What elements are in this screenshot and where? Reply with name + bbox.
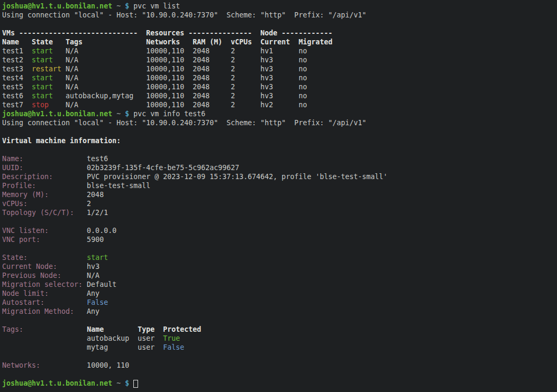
text-segment: Migration selector: xyxy=(2,281,83,288)
terminal-line: Autostart: False xyxy=(2,298,557,307)
terminal-line: Name State Tags Networks RAM (M) vCPUs C… xyxy=(2,38,557,46)
terminal-line: UUID: 02b3239f-135f-4cfe-be75-5c962ac996… xyxy=(2,163,557,172)
text-segment: test6 xyxy=(2,92,32,100)
text-segment: Using connection "local" - Host: "10.90.… xyxy=(2,119,366,127)
text-segment: Autostart: xyxy=(2,298,44,306)
text-segment: Description: xyxy=(2,173,53,181)
text-segment: test2 xyxy=(2,56,32,64)
text-segment: start xyxy=(32,47,53,55)
text-segment: hv3 xyxy=(57,263,99,270)
prompt-user-host: joshua@hv1.t.u.bonilan.net xyxy=(2,379,112,387)
prompt-cwd: ~ xyxy=(112,110,125,118)
text-segment: start xyxy=(32,74,53,82)
text-segment: Memory (M): xyxy=(2,191,49,199)
text-segment: Default xyxy=(83,281,116,288)
terminal-line: test3 restart N/A 10000,110 2048 2 hv3 n… xyxy=(2,64,557,73)
text-segment: False xyxy=(87,298,108,306)
text-segment xyxy=(23,325,87,333)
terminal-line xyxy=(2,244,557,253)
terminal-line xyxy=(2,145,557,154)
terminal-line: Migration selector: Default xyxy=(2,280,557,289)
text-segment: Using connection "local" - Host: "10.90.… xyxy=(2,11,366,19)
prompt-symbol: $ xyxy=(125,110,133,118)
text-segment: Previous Node: xyxy=(2,272,61,279)
text-segment: Any xyxy=(49,290,99,297)
terminal-line: Node limit: Any xyxy=(2,289,557,298)
text-segment: start xyxy=(32,83,53,91)
text-segment: N/A 10000,110 2048 2 hv3 no xyxy=(61,65,307,73)
text-segment: start xyxy=(32,92,53,100)
terminal-line xyxy=(2,370,557,379)
terminal-output[interactable]: joshua@hv1.t.u.bonilan.net ~ $ pvc vm li… xyxy=(0,0,557,392)
text-segment: 2048 xyxy=(49,191,104,199)
terminal-line: joshua@hv1.t.u.bonilan.net ~ $ pvc vm in… xyxy=(2,109,557,118)
terminal-line: test5 start N/A 10000,110 2048 2 hv3 no xyxy=(2,82,557,91)
terminal-line: test6 start autobackup,mytag 10000,110 2… xyxy=(2,91,557,100)
terminal-line: Using connection "local" - Host: "10.90.… xyxy=(2,11,557,20)
text-segment: test7 xyxy=(2,101,32,109)
terminal-line: Previous Node: N/A xyxy=(2,271,557,280)
text-segment: test6 xyxy=(23,155,108,163)
terminal-line: State: start xyxy=(2,253,557,262)
terminal-line: Virtual machine information: xyxy=(2,136,557,145)
prompt-cwd: ~ xyxy=(112,2,125,10)
text-segment: autobackup,mytag 10000,110 2048 2 hv3 no xyxy=(53,92,307,100)
text-segment: N/A 10000,110 2048 2 hv1 no xyxy=(53,47,307,55)
text-segment: 1/2/1 xyxy=(74,209,108,217)
text-segment: test4 xyxy=(2,74,32,82)
text-segment: blse-test-small xyxy=(36,182,150,190)
text-segment: UUID: xyxy=(2,164,23,172)
text-segment: 5900 xyxy=(40,236,104,244)
text-segment: test1 xyxy=(2,47,32,55)
terminal-line: test2 start N/A 10000,110 2048 2 hv3 no xyxy=(2,55,557,64)
text-segment: pvc vm info test6 xyxy=(133,110,205,118)
text-segment: 02b3239f-135f-4cfe-be75-5c962ac99627 xyxy=(23,164,239,172)
text-segment: mytag user xyxy=(2,343,163,351)
prompt-symbol: $ xyxy=(125,2,133,10)
text-segment: test3 xyxy=(2,65,32,73)
text-segment: Name: xyxy=(2,155,23,163)
text-segment: 0.0.0.0 xyxy=(49,227,116,235)
terminal-line: Description: PVC provisioner @ 2023-12-0… xyxy=(2,172,557,181)
terminal-line: mytag user False xyxy=(2,343,557,352)
terminal-line: Memory (M): 2048 xyxy=(2,190,557,199)
terminal-line: Profile: blse-test-small xyxy=(2,181,557,190)
terminal-line xyxy=(2,20,557,29)
prompt-user-host: joshua@hv1.t.u.bonilan.net xyxy=(2,2,112,10)
text-segment: Topology (S/C/T): xyxy=(2,209,74,217)
terminal-line xyxy=(2,127,557,136)
text-segment: Virtual machine information: xyxy=(2,137,121,145)
terminal-line: Name: test6 xyxy=(2,154,557,163)
prompt-user-host: joshua@hv1.t.u.bonilan.net xyxy=(2,110,112,118)
text-segment: N/A 10000,110 2048 2 hv2 no xyxy=(49,101,307,109)
prompt-symbol: $ xyxy=(125,379,133,387)
terminal-line: Topology (S/C/T): 1/2/1 xyxy=(2,208,557,217)
text-segment: test5 xyxy=(2,83,32,91)
text-segment: N/A 10000,110 2048 2 hv3 no xyxy=(53,83,307,91)
text-segment: VNC port: xyxy=(2,236,40,244)
terminal-line: VMs ---------------------------- Resourc… xyxy=(2,29,557,38)
terminal-line: autobackup user True xyxy=(2,334,557,343)
text-segment: 2 xyxy=(28,200,91,208)
text-segment: start xyxy=(87,254,108,262)
terminal-line: VNC port: 5900 xyxy=(2,235,557,244)
text-segment: N/A 10000,110 2048 2 hv3 no xyxy=(53,56,307,64)
terminal-line: VNC listen: 0.0.0.0 xyxy=(2,226,557,235)
text-segment: pvc vm list xyxy=(133,2,180,10)
text-segment xyxy=(44,298,87,306)
terminal-line xyxy=(2,352,557,361)
text-segment: vCPUs: xyxy=(2,200,28,208)
text-segment: autobackup user xyxy=(2,334,163,342)
terminal-cursor[interactable] xyxy=(133,380,138,388)
text-segment: Name Type Protected xyxy=(87,325,201,333)
text-segment: VNC listen: xyxy=(2,227,49,235)
text-segment: Any xyxy=(74,307,99,315)
prompt-cwd: ~ xyxy=(112,379,125,387)
text-segment: False xyxy=(163,343,184,351)
text-segment: Node limit: xyxy=(2,290,49,297)
text-segment: PVC provisioner @ 2023-12-09 15:37:13.67… xyxy=(53,173,387,181)
terminal-line: Networks: 10000, 110 xyxy=(2,361,557,370)
terminal-line: Tags: Name Type Protected xyxy=(2,325,557,334)
text-segment: start xyxy=(32,56,53,64)
terminal-line: Current Node: hv3 xyxy=(2,262,557,271)
